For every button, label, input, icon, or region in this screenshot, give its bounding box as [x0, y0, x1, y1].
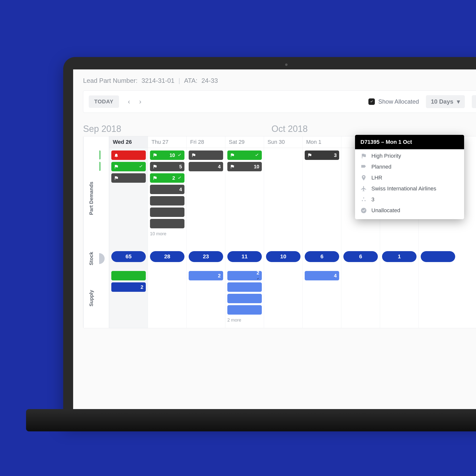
count: 2: [218, 273, 221, 279]
month-label-sep: Sep 2018: [83, 124, 271, 134]
tooltip-status: Planned: [371, 164, 391, 170]
lead-value: 3214-31-01: [142, 77, 175, 85]
row-label-stock: Stock: [83, 249, 99, 268]
today-button[interactable]: TODAY: [89, 95, 119, 108]
supply-pill[interactable]: [227, 305, 262, 315]
flag-icon: [114, 164, 119, 169]
demand-pill[interactable]: 4: [189, 162, 223, 171]
stock-pill[interactable]: 11: [227, 251, 262, 262]
supply-pill[interactable]: [227, 282, 262, 292]
demand-alert[interactable]: [111, 150, 146, 160]
supply-pill[interactable]: [111, 271, 146, 280]
stock-pill[interactable]: 6: [305, 251, 339, 262]
ata-label: ATA:: [184, 77, 197, 85]
demand-pill[interactable]: [111, 162, 146, 171]
count: 10: [170, 152, 175, 158]
svg-point-2: [364, 200, 365, 201]
stock-pill[interactable]: 23: [189, 251, 223, 262]
demand-pill[interactable]: [189, 150, 223, 160]
prev-icon[interactable]: ‹: [128, 98, 130, 106]
month-label-oct: Oct 2018: [271, 124, 308, 134]
check-circle-icon: [360, 207, 367, 214]
flag-icon: [230, 164, 235, 169]
supply-pill[interactable]: 2: [189, 271, 223, 280]
stock-pill[interactable]: [421, 251, 455, 262]
start-date-select[interactable]: 26 S: [472, 95, 476, 108]
tooltip-airline: Swiss International Airlines: [371, 185, 436, 192]
supply-pill[interactable]: 4: [305, 271, 339, 280]
prev-stock-pill: [99, 253, 105, 264]
count: 4: [334, 273, 337, 279]
svg-point-1: [362, 200, 363, 201]
checkbox-icon: [368, 98, 375, 105]
demand-pill[interactable]: 10: [227, 162, 262, 171]
demand-pill[interactable]: [150, 208, 184, 217]
count: 2: [141, 284, 143, 290]
row-label-supply: Supply: [83, 268, 99, 328]
stock-pill[interactable]: 6: [343, 251, 378, 262]
show-allocated-checkbox[interactable]: Show Allocated: [368, 98, 419, 105]
stock-pill[interactable]: 1: [382, 251, 416, 262]
plane-icon: [360, 185, 367, 192]
demand-pill[interactable]: 2: [150, 173, 184, 183]
flag-icon: [307, 153, 312, 158]
count: 2: [257, 270, 259, 275]
demand-pill[interactable]: 4: [150, 185, 184, 194]
demand-cell: [264, 148, 302, 249]
edge-col: [99, 136, 109, 148]
tag-icon: [360, 164, 367, 170]
demand-pill[interactable]: [111, 173, 146, 183]
lead-label: Lead Part Number:: [83, 77, 138, 85]
check-icon: [257, 277, 259, 280]
check-icon: [177, 176, 182, 180]
supply-pill[interactable]: 2: [227, 271, 262, 280]
tooltip-qty: 3: [371, 196, 374, 203]
more-link[interactable]: 10 more: [150, 230, 184, 237]
day-header[interactable]: Thu 27: [148, 136, 186, 148]
next-icon[interactable]: ›: [139, 98, 141, 106]
stock-pill[interactable]: 28: [150, 251, 184, 262]
count: 5: [179, 164, 182, 170]
flag-icon: [152, 176, 157, 180]
camera-dot: [285, 63, 288, 66]
day-header[interactable]: Sun 30: [264, 136, 302, 148]
corner: [83, 136, 99, 148]
demand-pill[interactable]: 3: [305, 150, 339, 160]
demand-cell: 3: [302, 148, 341, 249]
tooltip-title: D71395 – Mon 1 Oct: [355, 135, 464, 149]
laptop-base: [26, 409, 476, 431]
supply-pill[interactable]: [227, 294, 262, 303]
stock-pill[interactable]: 65: [111, 251, 146, 262]
flag-icon: [360, 153, 367, 159]
demand-pill[interactable]: 5: [150, 162, 184, 171]
count: 4: [179, 187, 182, 192]
day-header[interactable]: Mon 1: [302, 136, 341, 148]
count: 3: [334, 152, 337, 158]
chevron-down-icon: ▾: [457, 98, 460, 105]
more-link[interactable]: 2 more: [227, 317, 262, 323]
day-header[interactable]: Fri 28: [186, 136, 225, 148]
check-icon: [138, 164, 143, 169]
flag-icon: [114, 176, 119, 180]
supply-pill[interactable]: 2: [111, 282, 146, 292]
demand-cell: 10 5 2 4 10 more: [148, 148, 186, 249]
demand-pill[interactable]: [150, 219, 184, 228]
range-select[interactable]: 10 Days ▾: [426, 95, 465, 108]
ata-value: 24-33: [201, 77, 218, 85]
demand-pill[interactable]: [150, 196, 184, 206]
day-header[interactable]: Sat 29: [225, 136, 264, 148]
demand-cell: 10: [225, 148, 264, 249]
check-icon: [177, 153, 182, 158]
demand-cell: 4: [186, 148, 225, 249]
svg-point-0: [363, 197, 364, 198]
demand-pill[interactable]: 10: [150, 150, 184, 160]
demand-pill[interactable]: [227, 150, 262, 160]
flag-icon: [152, 164, 157, 169]
check-icon: [254, 153, 259, 158]
range-label: 10 Days: [431, 98, 453, 105]
stock-pill[interactable]: 10: [266, 251, 300, 262]
show-allocated-label: Show Allocated: [378, 98, 419, 105]
count: 4: [218, 164, 221, 170]
day-header[interactable]: Wed 26: [109, 136, 148, 148]
demand-tooltip: D71395 – Mon 1 Oct High Priority Planned…: [355, 135, 464, 219]
